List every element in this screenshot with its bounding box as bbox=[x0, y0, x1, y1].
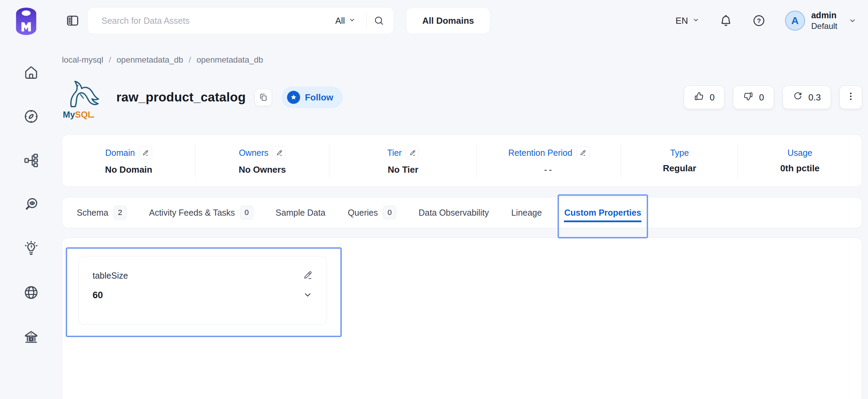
breadcrumb-link[interactable]: openmetadata_db bbox=[117, 55, 183, 65]
detail-tier: Tier No Tier bbox=[329, 135, 477, 186]
detail-label: Domain bbox=[105, 148, 135, 158]
tab-queries[interactable]: Queries0 bbox=[346, 197, 398, 228]
services-icon bbox=[23, 152, 39, 170]
breadcrumb-separator: / bbox=[189, 55, 191, 65]
sidebar-item-insights[interactable] bbox=[21, 239, 41, 259]
copy-name-button[interactable] bbox=[255, 89, 272, 106]
kebab-icon bbox=[846, 91, 856, 104]
tab-label: Queries bbox=[348, 208, 378, 218]
search-scope-label: All bbox=[335, 16, 345, 26]
tab-sample-data[interactable]: Sample Data bbox=[274, 197, 327, 228]
svg-text:My: My bbox=[63, 110, 75, 119]
sidebar-item-govern[interactable] bbox=[21, 327, 41, 347]
observability-icon bbox=[23, 196, 39, 214]
openmetadata-app: All All Domains EN ? A bbox=[0, 0, 868, 399]
more-options-button[interactable] bbox=[839, 86, 862, 109]
main-column: All All Domains EN ? A bbox=[62, 0, 868, 399]
tab-lineage[interactable]: Lineage bbox=[510, 197, 543, 228]
tab-label: Activity Feeds & Tasks bbox=[149, 208, 235, 218]
star-icon bbox=[287, 91, 300, 104]
breadcrumb-separator: / bbox=[109, 55, 111, 65]
home-icon bbox=[23, 64, 39, 82]
avatar: A bbox=[785, 11, 805, 31]
language-dropdown[interactable]: EN bbox=[676, 15, 700, 26]
sidebar-item-observability[interactable] bbox=[21, 195, 41, 215]
sidebar-item-explore[interactable] bbox=[21, 107, 41, 127]
tab-schema[interactable]: Schema2 bbox=[75, 197, 128, 228]
tab-data-observability[interactable]: Data Observability bbox=[417, 197, 490, 228]
svg-text:?: ? bbox=[757, 17, 761, 24]
global-search-bar: All bbox=[87, 7, 394, 34]
notifications-bell-icon[interactable] bbox=[719, 14, 733, 28]
property-card-wrapper: tableSize 60 bbox=[78, 256, 327, 325]
sidebar-item-domains[interactable] bbox=[21, 283, 41, 303]
detail-label: Owners bbox=[239, 148, 268, 158]
tab-count-badge: 0 bbox=[383, 206, 396, 219]
property-card: tableSize 60 bbox=[78, 256, 327, 325]
detail-owners: Owners No Owners bbox=[195, 135, 330, 186]
sidebar-toggle-icon[interactable] bbox=[65, 13, 81, 29]
thumbs-up-icon bbox=[694, 91, 704, 104]
follow-label: Follow bbox=[305, 92, 333, 103]
help-icon[interactable]: ? bbox=[752, 14, 766, 28]
upvote-count: 0 bbox=[710, 92, 714, 103]
search-scope-dropdown[interactable]: All bbox=[332, 16, 359, 26]
upvote-button[interactable]: 0 bbox=[684, 86, 724, 109]
edit-pencil-icon[interactable] bbox=[303, 270, 313, 281]
detail-usage: Usage 0th pctile bbox=[738, 135, 862, 186]
version-refresh-icon bbox=[793, 91, 803, 104]
breadcrumb-link[interactable]: openmetadata_db bbox=[197, 55, 263, 65]
tab-label: Lineage bbox=[511, 208, 542, 218]
tab-count-badge: 0 bbox=[240, 206, 253, 219]
detail-domain: Domain No Domain bbox=[62, 135, 195, 186]
search-icon[interactable] bbox=[373, 15, 384, 26]
version-number: 0.3 bbox=[808, 92, 821, 103]
top-bar: All All Domains EN ? A bbox=[62, 0, 862, 41]
svg-text:SQL: SQL bbox=[75, 110, 93, 119]
sidebar-item-services[interactable] bbox=[21, 151, 41, 171]
thumbs-down-icon bbox=[743, 91, 753, 104]
follow-button[interactable]: Follow bbox=[282, 87, 343, 108]
user-names: admin Default bbox=[811, 10, 837, 31]
tab-activity-feeds-tasks[interactable]: Activity Feeds & Tasks0 bbox=[148, 197, 255, 228]
chevron-down-icon bbox=[692, 15, 700, 26]
detail-retention-period: Retention Period -- bbox=[477, 135, 621, 186]
all-domains-label: All Domains bbox=[422, 15, 474, 26]
detail-value: No Tier bbox=[388, 164, 419, 175]
mysql-logo: My SQL . bbox=[62, 75, 104, 120]
tab-label: Data Observability bbox=[419, 208, 489, 218]
version-history-button[interactable]: 0.3 bbox=[783, 86, 831, 109]
tab-custom-properties[interactable]: Custom Properties bbox=[563, 197, 643, 228]
tab-count-badge: 2 bbox=[114, 206, 127, 219]
detail-value: No Domain bbox=[105, 164, 152, 175]
explore-icon bbox=[23, 108, 39, 126]
edit-pencil-icon[interactable] bbox=[406, 146, 419, 159]
custom-properties-list: tableSize 60 bbox=[78, 256, 846, 325]
edit-pencil-icon[interactable] bbox=[273, 146, 286, 159]
search-input[interactable] bbox=[102, 16, 332, 26]
breadcrumb-link[interactable]: local-mysql bbox=[62, 55, 103, 65]
all-domains-button[interactable]: All Domains bbox=[406, 8, 490, 34]
detail-label: Usage bbox=[787, 148, 812, 158]
chevron-down-icon[interactable] bbox=[303, 290, 313, 301]
detail-value: -- bbox=[544, 164, 553, 175]
downvote-button[interactable]: 0 bbox=[733, 86, 774, 109]
tab-label: Sample Data bbox=[276, 208, 326, 218]
entity-tabs: Schema2Activity Feeds & Tasks0Sample Dat… bbox=[62, 197, 862, 228]
language-label: EN bbox=[676, 15, 688, 26]
page-title: raw_product_catalog bbox=[116, 90, 246, 105]
user-name: admin bbox=[811, 10, 837, 21]
openmetadata-logo[interactable] bbox=[11, 5, 41, 38]
edit-pencil-icon[interactable] bbox=[576, 146, 590, 159]
search-divider bbox=[366, 13, 367, 28]
user-menu[interactable]: A admin Default bbox=[785, 10, 857, 31]
tab-label: Schema bbox=[77, 208, 108, 218]
sidebar-nav bbox=[0, 63, 62, 347]
detail-value: No Owners bbox=[239, 164, 286, 175]
breadcrumb: local-mysql/openmetadata_db/openmetadata… bbox=[62, 55, 862, 65]
detail-value: Regular bbox=[663, 163, 696, 174]
svg-text:.: . bbox=[92, 110, 95, 119]
edit-pencil-icon[interactable] bbox=[139, 146, 152, 159]
sidebar-item-home[interactable] bbox=[21, 63, 41, 83]
entity-actions: 0 0 0.3 bbox=[684, 86, 862, 109]
